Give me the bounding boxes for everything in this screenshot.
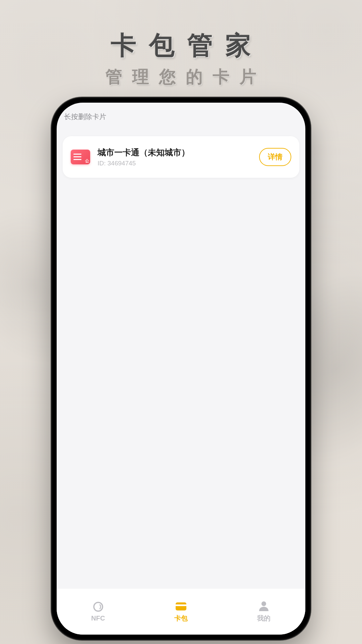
tab-nfc[interactable]: NFC — [57, 589, 139, 635]
tab-label: 我的 — [257, 614, 270, 623]
tab-label: NFC — [91, 614, 105, 622]
phone-frame: 长按删除卡片 城市一卡通（未知城市） ID: 34694745 详情 — [51, 97, 311, 640]
bottom-tabbar: NFC 卡包 我的 — [57, 588, 305, 635]
status-area: 长按删除卡片 — [57, 103, 305, 121]
person-icon — [257, 600, 271, 612]
svg-point-3 — [261, 601, 266, 606]
tab-mine[interactable]: 我的 — [223, 589, 305, 635]
tab-wallet[interactable]: 卡包 — [139, 589, 222, 635]
wallet-icon — [174, 600, 188, 612]
card-title: 城市一卡通（未知城市） — [98, 147, 252, 158]
detail-button[interactable]: 详情 — [259, 148, 291, 166]
hero-title: 卡包管家 — [0, 29, 362, 63]
transit-card-icon — [71, 150, 90, 164]
svg-rect-2 — [176, 604, 186, 606]
tab-label: 卡包 — [174, 614, 188, 623]
phone-screen: 长按删除卡片 城市一卡通（未知城市） ID: 34694745 详情 — [57, 103, 305, 635]
card-list: 城市一卡通（未知城市） ID: 34694745 详情 — [57, 121, 305, 588]
delete-hint: 长按删除卡片 — [64, 112, 298, 121]
card-item[interactable]: 城市一卡通（未知城市） ID: 34694745 详情 — [63, 136, 299, 178]
hero-subtitle: 管理您的卡片 — [0, 66, 362, 88]
svg-rect-1 — [176, 602, 186, 610]
card-text: 城市一卡通（未知城市） ID: 34694745 — [98, 147, 252, 167]
nfc-icon — [91, 601, 105, 612]
card-id: ID: 34694745 — [98, 160, 252, 167]
